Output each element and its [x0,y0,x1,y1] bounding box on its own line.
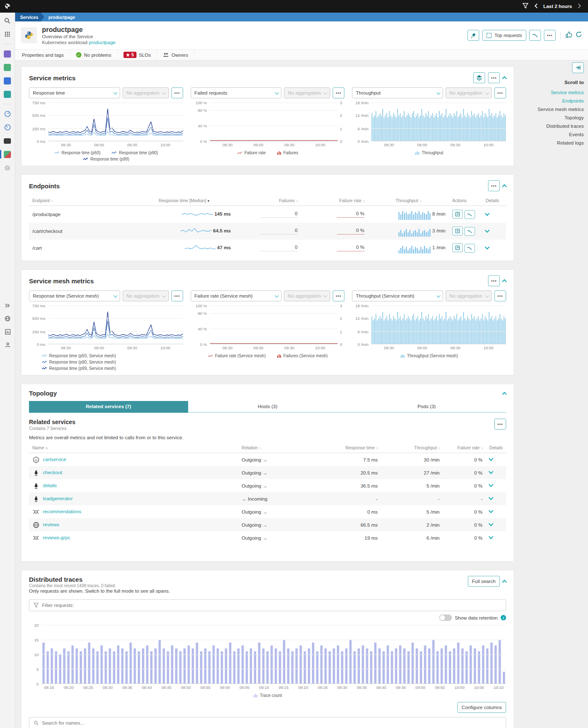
related-service-row[interactable]: recommendationsOutgoing →0 ms5 /min0 % [29,505,506,518]
related-service-row[interactable]: checkoutOutgoing →20.5 ms27 /min0 % [29,466,506,479]
legend-item[interactable]: Throughput (Service mesh) [400,353,458,358]
failed-requests-chart[interactable] [210,103,338,141]
mesh-response-time-chart[interactable] [48,306,183,344]
tab-hosts[interactable]: Hosts (3) [188,401,347,413]
expand-row-icon[interactable] [488,508,493,513]
settings-icon[interactable] [4,164,11,171]
col-failure-rate[interactable]: Failure rate ↑↓ [443,443,486,453]
top-requests-button[interactable]: Top requests [482,30,526,41]
apps-grid-icon[interactable] [4,30,11,38]
view-traces-button[interactable] [452,243,463,252]
full-search-button[interactable]: Full search [468,576,500,587]
col-response-time[interactable]: Response time [Median] ▾ [134,195,234,206]
service-link[interactable]: checkout [43,470,62,475]
infrastructure-icon[interactable] [4,50,11,58]
throughput-chart[interactable] [371,103,506,141]
legend-item[interactable]: Failure rate [237,150,266,155]
col-failure-rate[interactable]: Failure rate ↑↓ [301,195,368,206]
col-throughput[interactable]: Throughput ↑↓ [381,443,443,453]
more-actions-button[interactable]: ••• [544,30,556,41]
response-time-chart[interactable] [48,103,183,141]
service-link[interactable]: reviews [43,522,59,527]
legend-item[interactable]: Response time (p90, Service mesh) [42,360,116,364]
reports-icon[interactable] [4,328,11,335]
feedback-icon[interactable] [565,31,572,40]
breadcrumb-services[interactable]: Services [15,13,44,21]
view-traces-button[interactable] [452,210,463,219]
mesh-failure-rate-chart[interactable] [210,306,338,344]
workload-link[interactable]: productpage [89,40,116,45]
scrollto-distributed-traces[interactable]: Distributed traces [521,122,584,130]
legend-item[interactable]: Response time (p50, Service mesh) [42,353,116,358]
refresh-icon[interactable] [575,31,582,40]
metric-select-mesh-throughput[interactable]: Throughput (Service mesh) [352,290,443,301]
expand-row-icon[interactable] [485,245,489,249]
globe-icon[interactable] [4,315,11,322]
tab-properties-and-tags[interactable]: Properties and tags [21,50,70,60]
service-link[interactable]: cartservice [43,457,66,462]
timeframe-selector[interactable]: Last 2 hours [543,4,572,9]
collapse-service-mesh-icon[interactable] [502,279,507,284]
collapse-traces-icon[interactable] [502,580,507,584]
search-names-input[interactable] [42,720,501,725]
col-endpoint[interactable]: Endpoint ↑↓ [29,195,134,206]
search-icon[interactable] [4,17,11,24]
col-relation[interactable]: Relation ↑↓ [238,443,310,453]
related-service-row[interactable]: reviews-grpcOutgoing →19 ms6 /min0 % [29,531,506,544]
configure-columns-button[interactable]: Configure columns [457,702,506,713]
legend-item[interactable]: Response time (p90) [111,150,158,155]
timeframe-next-icon[interactable] [578,3,581,10]
chart-more-button[interactable]: ••• [333,87,344,98]
chart-more-button[interactable]: ••• [171,87,183,98]
gauge-alt-icon[interactable] [4,124,11,131]
chart-more-button[interactable]: ••• [333,290,344,301]
expand-row-icon[interactable] [488,495,493,500]
analyze-endpoint-button[interactable] [465,244,475,253]
legend-item[interactable]: Failures (Service mesh) [277,353,328,358]
legend-item[interactable]: Response time (p99, Service mesh) [42,366,116,371]
tab-related-services[interactable]: Related services (7) [29,401,188,413]
chart-more-button[interactable]: ••• [171,290,183,301]
metric-select-failed-requests[interactable]: Failed requests [191,87,282,98]
analyze-endpoint-button[interactable] [465,210,475,219]
scrollto-related-logs[interactable]: Related logs [521,139,584,147]
legend-item[interactable]: Failures [277,150,299,155]
expand-row-icon[interactable] [488,534,493,539]
expand-row-icon[interactable] [488,521,493,526]
trace-count-chart[interactable] [42,625,506,684]
legend-item[interactable]: Response time (p50) [54,150,101,155]
tab-problems[interactable]: ✓ No problems [70,50,118,60]
scrollto-endpoints[interactable]: Endpoints [521,97,584,105]
pin-button[interactable] [467,30,479,41]
expand-row-icon[interactable] [488,482,493,487]
filter-icon[interactable] [522,3,528,10]
service-link[interactable]: loadgenerator [43,496,73,501]
scrollto-service-mesh-metrics[interactable]: Service mesh metrics [521,105,584,113]
legend-item[interactable]: Trace count [253,693,282,698]
related-service-row[interactable]: detailsOutgoing →36.5 ms5 /min0 % [29,479,506,492]
service-metrics-more-button[interactable]: ••• [488,72,500,83]
tab-pods[interactable]: Pods (3) [347,401,506,413]
service-link[interactable]: details [43,483,57,488]
filter-requests-input[interactable] [42,603,501,608]
related-service-row[interactable]: JScartserviceOutgoing →7.5 ms30 /min0 % [29,453,506,467]
endpoints-more-button[interactable]: ••• [488,180,500,191]
related-service-row[interactable]: loadgenerator→ Incoming--- [29,492,506,505]
endpoint-row[interactable]: /cart/checkout 64.5 ms 0 0 % 3 /min [29,223,506,240]
collapse-sidebar-icon[interactable] [4,302,11,309]
col-failures[interactable]: Failures ↑↓ [234,195,301,206]
legend-item[interactable]: Failure rate (Service mesh) [207,353,266,358]
analyze-hotspots-button[interactable] [529,30,541,41]
dashboards-icon[interactable] [4,77,11,84]
chart-more-button[interactable]: ••• [494,87,506,98]
timeframe-prev-icon[interactable] [534,3,538,10]
col-response-time[interactable]: Response time ↑↓ [310,443,381,453]
tab-owners[interactable]: Owners [157,50,194,60]
layers-button[interactable] [473,72,485,83]
metric-select-response-time[interactable]: Response time [29,87,120,98]
info-icon[interactable]: i [501,615,506,620]
endpoint-row[interactable]: /cart 47 ms 0 0 % 1 /min [29,240,506,256]
endpoint-row[interactable]: /productpage 145 ms 0 0 % 8 /min [29,206,506,223]
collapse-topology-icon[interactable] [502,392,507,396]
collapse-rail-button[interactable] [572,62,584,73]
